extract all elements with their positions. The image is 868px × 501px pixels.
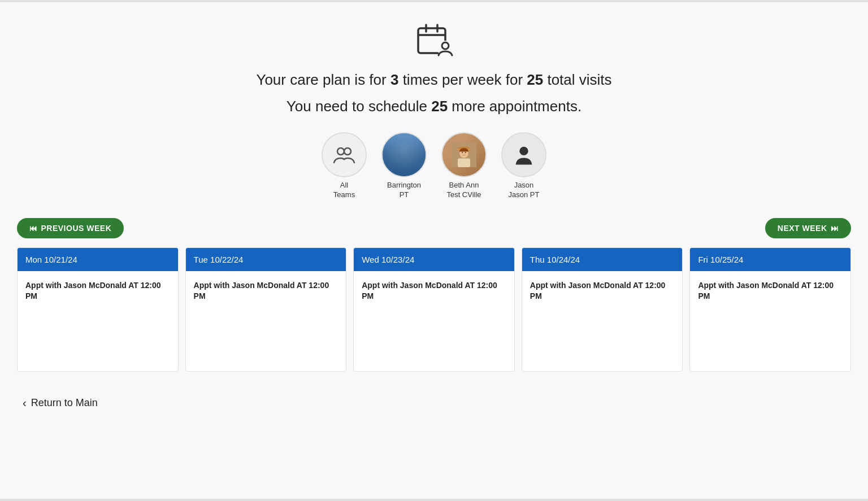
day-body-3: Appt with Jason McDonald AT 12:00 PM [522, 271, 683, 311]
svg-point-6 [337, 148, 344, 155]
appointment-3-0: Appt with Jason McDonald AT 12:00 PM [530, 280, 675, 302]
team-member-all-teams[interactable]: AllTeams [319, 132, 370, 200]
main-container: Your care plan is for 3 times per week f… [0, 2, 868, 499]
day-column-0[interactable]: Mon 10/21/24Appt with Jason McDonald AT … [17, 247, 179, 372]
all-teams-avatar [322, 132, 367, 177]
svg-point-13 [405, 150, 406, 151]
prev-week-icon: ⏮ [29, 224, 38, 233]
appointment-0-0: Appt with Jason McDonald AT 12:00 PM [25, 280, 170, 302]
day-column-1[interactable]: Tue 10/22/24Appt with Jason McDonald AT … [185, 247, 347, 372]
svg-point-22 [519, 147, 528, 155]
day-header-4: Fri 10/25/24 [690, 248, 850, 271]
day-header-2: Wed 10/23/24 [354, 248, 514, 271]
day-column-2[interactable]: Wed 10/23/24Appt with Jason McDonald AT … [353, 247, 515, 372]
day-body-4: Appt with Jason McDonald AT 12:00 PM [690, 271, 850, 311]
return-to-main-button[interactable]: ‹ Return to Main [17, 390, 851, 416]
day-column-3[interactable]: Thu 10/24/24Appt with Jason McDonald AT … [522, 247, 683, 372]
return-to-main-label: Return to Main [31, 397, 98, 409]
svg-rect-9 [392, 142, 416, 167]
svg-rect-11 [398, 156, 410, 164]
barrington-avatar [381, 132, 427, 177]
day-header-0: Mon 10/21/24 [18, 248, 178, 271]
jason-label: JasonJason PT [509, 181, 540, 200]
svg-point-7 [344, 148, 351, 155]
day-body-0: Appt with Jason McDonald AT 12:00 PM [18, 271, 178, 311]
day-body-1: Appt with Jason McDonald AT 12:00 PM [186, 271, 346, 311]
svg-point-18 [462, 152, 463, 153]
care-plan-title: Your care plan is for 3 times per week f… [256, 71, 611, 89]
day-column-4[interactable]: Fri 10/25/24Appt with Jason McDonald AT … [689, 247, 851, 372]
svg-point-12 [402, 150, 403, 151]
svg-rect-8 [392, 142, 416, 167]
jason-avatar [501, 132, 546, 177]
next-week-icon: ⏭ [831, 224, 839, 233]
calendar-person-icon [414, 19, 454, 62]
team-member-bethann[interactable]: Beth AnnTest CVille [439, 132, 489, 200]
appointment-1-0: Appt with Jason McDonald AT 12:00 PM [194, 280, 338, 302]
day-header-1: Tue 10/22/24 [186, 248, 346, 271]
appointment-2-0: Appt with Jason McDonald AT 12:00 PM [362, 280, 506, 302]
schedule-subtitle: You need to schedule 25 more appointment… [287, 98, 581, 115]
week-navigation: ⏮ PREVIOUS WEEK NEXT WEEK ⏭ [11, 218, 857, 238]
svg-point-10 [400, 147, 408, 155]
team-member-jason[interactable]: JasonJason PT [498, 132, 549, 200]
day-body-2: Appt with Jason McDonald AT 12:00 PM [354, 271, 514, 311]
team-selector: AllTeams BarringtonPT [319, 132, 549, 200]
prev-week-button[interactable]: ⏮ PREVIOUS WEEK [17, 218, 124, 238]
svg-point-19 [465, 152, 466, 153]
team-member-barrington[interactable]: BarringtonPT [379, 132, 429, 200]
bethann-label: Beth AnnTest CVille [446, 181, 481, 200]
back-chevron-icon: ‹ [23, 397, 27, 409]
bottom-border [0, 499, 868, 501]
day-header-3: Thu 10/24/24 [522, 248, 683, 271]
next-week-button[interactable]: NEXT WEEK ⏭ [765, 218, 851, 238]
next-week-label: NEXT WEEK [778, 224, 827, 233]
prev-week-label: PREVIOUS WEEK [41, 224, 112, 233]
barrington-label: BarringtonPT [387, 181, 421, 200]
appointment-4-0: Appt with Jason McDonald AT 12:00 PM [698, 280, 843, 302]
svg-rect-20 [458, 159, 470, 167]
all-teams-label: AllTeams [333, 181, 355, 200]
bethann-avatar [441, 132, 487, 177]
calendar-grid: Mon 10/21/24Appt with Jason McDonald AT … [11, 247, 857, 372]
